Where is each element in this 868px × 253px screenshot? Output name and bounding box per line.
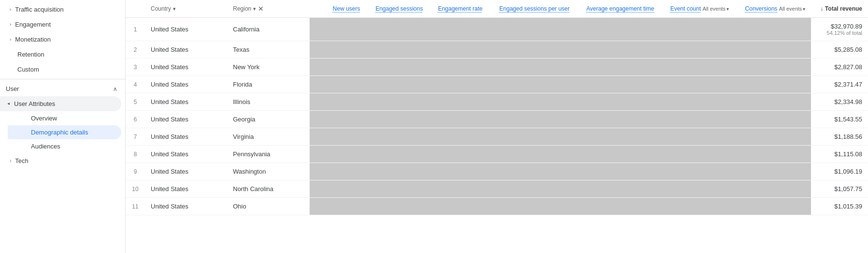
divider bbox=[0, 79, 125, 79]
row-new-users bbox=[310, 146, 366, 163]
sidebar-item-user-attributes[interactable]: ▾ User Attributes bbox=[0, 96, 121, 111]
table-wrapper[interactable]: Country ▾ Region ▾ ✕ New users bbox=[126, 0, 868, 253]
row-espu bbox=[488, 163, 575, 180]
sidebar-item-overview[interactable]: Overview bbox=[8, 111, 121, 125]
chevron-icon: › bbox=[10, 7, 11, 12]
row-revenue: $1,057.75 bbox=[811, 180, 868, 198]
revenue-value: $1,115.08 bbox=[834, 150, 862, 158]
col-engaged-sessions-label: Engaged sessions bbox=[375, 5, 423, 12]
sidebar-item-custom[interactable]: Custom bbox=[0, 62, 121, 77]
col-region[interactable]: Region ▾ ✕ bbox=[227, 0, 309, 18]
row-region: California bbox=[227, 18, 309, 41]
table-row: 9United StatesWashington$1,096.19 bbox=[126, 163, 868, 180]
row-revenue: $5,285.08 bbox=[811, 41, 868, 59]
sidebar-item-engagement[interactable]: › Engagement bbox=[0, 17, 121, 32]
sidebar-section-user[interactable]: User ∧ bbox=[0, 81, 125, 96]
row-conversions bbox=[735, 180, 811, 198]
row-country: United States bbox=[145, 93, 227, 111]
row-event-count bbox=[660, 180, 735, 198]
revenue-pct: 54.12% of total bbox=[817, 30, 862, 36]
col-avg-engagement-time[interactable]: Average engagement time bbox=[575, 0, 660, 18]
row-aet bbox=[575, 41, 660, 59]
sidebar-item-label: Monetization bbox=[15, 36, 51, 43]
row-conversions bbox=[735, 76, 811, 93]
col-engagement-rate[interactable]: Engagement rate bbox=[428, 0, 488, 18]
sidebar-item-demographic-details[interactable]: Demographic details bbox=[8, 125, 121, 139]
sidebar-sub-item-label: Audiences bbox=[31, 143, 60, 150]
row-new-users bbox=[310, 59, 366, 76]
row-engaged-sessions bbox=[366, 76, 429, 93]
row-revenue: $2,371.47 bbox=[811, 76, 868, 93]
row-revenue: $1,543.55 bbox=[811, 111, 868, 128]
row-espu bbox=[488, 59, 575, 76]
row-revenue: $2,334.98 bbox=[811, 93, 868, 111]
row-num: 7 bbox=[126, 128, 145, 146]
table-row: 5United StatesIllinois$2,334.98 bbox=[126, 93, 868, 111]
row-num: 8 bbox=[126, 146, 145, 163]
row-engaged-sessions bbox=[366, 128, 429, 146]
sidebar-item-label: Engagement bbox=[15, 21, 51, 28]
row-engagement-rate bbox=[428, 41, 488, 59]
row-country: United States bbox=[145, 59, 227, 76]
col-conversions-label: Conversions bbox=[745, 5, 778, 12]
region-close-btn[interactable]: ✕ bbox=[258, 5, 264, 13]
chevron-down-icon: ▾ bbox=[6, 103, 12, 105]
dropdown-icon[interactable]: ▾ bbox=[173, 6, 176, 12]
col-engaged-sessions[interactable]: Engaged sessions bbox=[366, 0, 429, 18]
row-engagement-rate bbox=[428, 163, 488, 180]
col-engaged-sessions-per-user[interactable]: Engaged sessions per user bbox=[488, 0, 575, 18]
sidebar-item-label: Traffic acquisition bbox=[15, 6, 63, 13]
row-espu bbox=[488, 93, 575, 111]
col-espu-label: Engaged sessions per user bbox=[499, 5, 569, 12]
row-conversions bbox=[735, 146, 811, 163]
row-event-count bbox=[660, 41, 735, 59]
sidebar-item-retention[interactable]: Retention bbox=[0, 47, 121, 62]
event-dropdown-icon[interactable]: ▾ bbox=[726, 6, 729, 12]
row-country: United States bbox=[145, 146, 227, 163]
row-event-count bbox=[660, 128, 735, 146]
row-num: 4 bbox=[126, 76, 145, 93]
chevron-icon: › bbox=[10, 22, 11, 27]
col-country-label: Country ▾ bbox=[151, 5, 176, 12]
col-event-count[interactable]: Event count All events ▾ bbox=[660, 0, 735, 18]
col-conversions-sub[interactable]: All events ▾ bbox=[779, 6, 806, 12]
sidebar-item-monetization[interactable]: › Monetization bbox=[0, 32, 121, 47]
row-revenue: $32,970.8954.12% of total bbox=[811, 18, 868, 41]
col-event-count-sub[interactable]: All events ▾ bbox=[702, 6, 729, 12]
row-espu bbox=[488, 146, 575, 163]
user-section-label: User bbox=[6, 85, 19, 92]
row-new-users bbox=[310, 163, 366, 180]
revenue-value: $32,970.89 bbox=[831, 23, 862, 30]
revenue-value: $5,285.08 bbox=[834, 46, 862, 53]
col-country[interactable]: Country ▾ bbox=[145, 0, 227, 18]
col-revenue-label: ↓ Total revenue bbox=[821, 5, 862, 12]
revenue-value: $1,543.55 bbox=[834, 116, 862, 123]
row-espu bbox=[488, 198, 575, 215]
col-new-users[interactable]: New users bbox=[310, 0, 366, 18]
row-engaged-sessions bbox=[366, 163, 429, 180]
col-total-revenue[interactable]: ↓ Total revenue bbox=[811, 0, 868, 18]
row-country: United States bbox=[145, 18, 227, 41]
sidebar-item-audiences[interactable]: Audiences bbox=[8, 139, 121, 153]
row-country: United States bbox=[145, 76, 227, 93]
row-region: Pennsylvania bbox=[227, 146, 309, 163]
sidebar-item-tech[interactable]: › Tech bbox=[0, 153, 121, 168]
row-aet bbox=[575, 198, 660, 215]
conversions-dropdown-icon[interactable]: ▾ bbox=[803, 6, 805, 12]
row-revenue: $1,115.08 bbox=[811, 146, 868, 163]
sidebar-item-traffic-acquisition[interactable]: › Traffic acquisition bbox=[0, 2, 121, 17]
row-new-users bbox=[310, 111, 366, 128]
row-new-users bbox=[310, 18, 366, 41]
row-num: 9 bbox=[126, 163, 145, 180]
row-engagement-rate bbox=[428, 198, 488, 215]
row-new-users bbox=[310, 128, 366, 146]
row-new-users bbox=[310, 180, 366, 198]
region-dropdown-icon[interactable]: ▾ bbox=[253, 6, 256, 12]
col-conversions[interactable]: Conversions All events ▾ bbox=[735, 0, 811, 18]
row-espu bbox=[488, 111, 575, 128]
row-num: 6 bbox=[126, 111, 145, 128]
row-engaged-sessions bbox=[366, 18, 429, 41]
row-new-users bbox=[310, 93, 366, 111]
row-conversions bbox=[735, 128, 811, 146]
row-revenue: $1,096.19 bbox=[811, 163, 868, 180]
